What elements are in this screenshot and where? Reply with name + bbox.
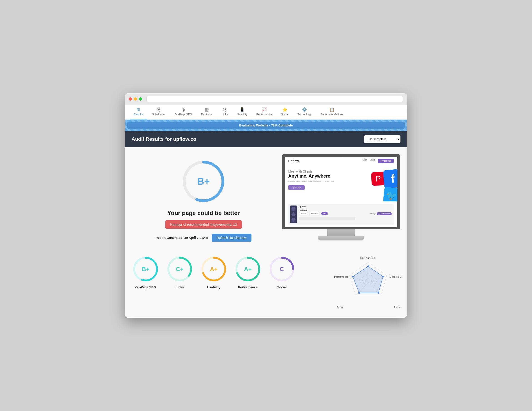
svg-point-22 xyxy=(367,265,369,267)
grade-social: C xyxy=(280,266,284,273)
site-hero: Meet with Clients Anytime, Anywhere A si… xyxy=(285,165,397,201)
social-icons-float: P f 🐦 xyxy=(371,165,397,201)
hero-cta: Try for free xyxy=(288,185,305,190)
radar-label-links: Links xyxy=(394,306,400,308)
svg-point-23 xyxy=(382,276,384,278)
score-circle-performance: A+ xyxy=(234,255,261,283)
score-links: C+ Links xyxy=(166,255,193,289)
score-performance: A+ Performance xyxy=(234,255,261,289)
minimize-button[interactable] xyxy=(134,97,137,101)
main-content: B+ Your page could be better Number of r… xyxy=(125,147,407,251)
sidebar-icon-3 xyxy=(291,218,295,222)
post-feed-tabs: Routine Freelance test Settings 📷 Photo … xyxy=(299,212,392,215)
dash-content: Upflow. Post Feed Routine Freelance test… xyxy=(299,206,392,223)
performance-icon: 📈 xyxy=(262,108,267,112)
improvements-badge: Number of recommended improvements: 13 xyxy=(165,220,242,229)
camera-dot xyxy=(340,156,342,157)
monitor-screen: Upflow. Blog Login Try for free xyxy=(282,154,400,229)
nav-tabs: ⊞ Results ⛓ Sub-Pages ◎ On-Page SEO ▦ Ra… xyxy=(125,105,407,120)
dash-logo: Upflow. xyxy=(299,206,306,208)
label-links: Links xyxy=(176,285,184,289)
tab-links[interactable]: ⛓ Links xyxy=(217,105,232,120)
grade-usability: A+ xyxy=(210,266,218,273)
feed-tab-freelance: Freelance xyxy=(309,212,320,215)
feed-settings: Settings xyxy=(370,213,376,214)
audit-title: Audit Results for upflow.co xyxy=(132,136,196,142)
site-dashboard: Upflow. Post Feed Routine Freelance test… xyxy=(288,204,394,225)
score-circle-social: C xyxy=(268,255,295,283)
label-social: Social xyxy=(277,285,286,289)
label-onpage: On-Page SEO xyxy=(135,285,156,289)
tab-social[interactable]: ⭐ Social xyxy=(277,105,293,120)
post-feed-label: Post Feed xyxy=(299,209,392,211)
nav-link-blog: Blog xyxy=(362,159,367,163)
tab-onpage-seo[interactable]: ◎ On-Page SEO xyxy=(170,105,196,120)
site-nav-links: Blog Login Try for free xyxy=(362,159,394,163)
label-usability: Usability xyxy=(207,285,220,289)
grade-value: B+ xyxy=(197,176,210,187)
subpages-icon: ⛓ xyxy=(157,108,161,112)
twitter-icon: 🐦 xyxy=(383,187,397,201)
score-circle-links: C+ xyxy=(166,255,193,283)
score-circle-onpage: B+ xyxy=(132,255,159,283)
monitor-base xyxy=(318,236,364,241)
dash-topbar: Upflow. xyxy=(299,206,392,208)
recommendations-icon: 📋 xyxy=(329,108,334,112)
site-preview: Upflow. Blog Login Try for free xyxy=(285,157,397,227)
audit-header: Audit Results for upflow.co No Template … xyxy=(125,131,407,147)
radar-label-performance: Performance xyxy=(334,275,349,278)
report-date: Report Generated: 30 April 7:01AM xyxy=(156,236,208,240)
scores-section: B+ On-Page SEO C+ Links xyxy=(125,251,407,318)
grade-links: C+ xyxy=(176,266,183,273)
photo-posting-btn: 📷 Photo Posting xyxy=(377,212,392,215)
svg-marker-21 xyxy=(353,266,383,293)
progress-bar-container: Evaluating Website - 78% Complete xyxy=(125,120,407,131)
site-nav: Upflow. Blog Login Try for free xyxy=(285,157,397,165)
score-onpage: B+ On-Page SEO xyxy=(132,255,159,289)
usability-icon: 📱 xyxy=(240,108,245,112)
close-button[interactable] xyxy=(129,97,132,101)
feed-tab-test: test xyxy=(321,212,328,215)
nav-cta-button: Try for free xyxy=(378,159,394,163)
tab-recommendations[interactable]: 📋 Recommendations xyxy=(316,105,347,120)
tab-performance[interactable]: 📈 Performance xyxy=(252,105,276,120)
grade-onpage: B+ xyxy=(142,266,150,273)
feed-tab-routine: Routine xyxy=(299,212,308,215)
score-items: B+ On-Page SEO C+ Links xyxy=(132,255,332,289)
report-row: Report Generated: 30 April 7:01AM Refres… xyxy=(156,234,252,242)
svg-point-26 xyxy=(352,276,354,278)
address-bar[interactable] xyxy=(146,96,403,102)
results-grid: B+ Your page could be better Number of r… xyxy=(132,154,400,242)
sidebar-icon-2 xyxy=(291,212,295,216)
score-circle-usability: A+ xyxy=(200,255,227,283)
radar-label-onpage: On-Page SEO xyxy=(360,257,376,259)
svg-point-25 xyxy=(358,292,360,294)
grade-circle: B+ xyxy=(181,159,226,204)
site-sidebar xyxy=(290,206,297,223)
tab-rankings[interactable]: ▦ Rankings xyxy=(197,105,217,120)
refresh-button[interactable]: Refresh Results Now xyxy=(212,234,252,242)
grade-performance: A+ xyxy=(244,266,252,273)
svg-point-24 xyxy=(378,292,379,294)
browser-window: ⊞ Results ⛓ Sub-Pages ◎ On-Page SEO ▦ Ra… xyxy=(125,93,407,318)
sidebar-icon-1 xyxy=(291,207,295,211)
links-icon: ⛓ xyxy=(223,108,227,112)
maximize-button[interactable] xyxy=(139,97,142,101)
technology-icon: ⚙️ xyxy=(302,108,307,112)
timeline-bar xyxy=(299,217,355,220)
progress-text: Evaluating Website - 78% Complete xyxy=(239,123,293,127)
monitor-container: Upflow. Blog Login Try for free xyxy=(282,154,400,241)
radar-label-social: Social xyxy=(336,306,343,308)
social-icon: ⭐ xyxy=(282,108,287,112)
radar-label-mobile: Mobile & UI xyxy=(389,275,402,278)
results-left: B+ Your page could be better Number of r… xyxy=(132,154,275,242)
tab-usability[interactable]: 📱 Usability xyxy=(233,105,251,120)
tab-technology[interactable]: ⚙️ Technology xyxy=(294,105,315,120)
radar-chart: On-Page SEO Mobile & UI Links Social Per… xyxy=(336,255,400,311)
page-tagline: Your page could be better xyxy=(167,210,240,217)
tab-subpages[interactable]: ⛓ Sub-Pages xyxy=(148,105,170,120)
template-select[interactable]: No Template E-commerce Blog SaaS xyxy=(364,135,400,143)
label-performance: Performance xyxy=(238,285,257,289)
tab-results[interactable]: ⊞ Results xyxy=(130,105,147,120)
facebook-icon: f xyxy=(383,169,397,189)
